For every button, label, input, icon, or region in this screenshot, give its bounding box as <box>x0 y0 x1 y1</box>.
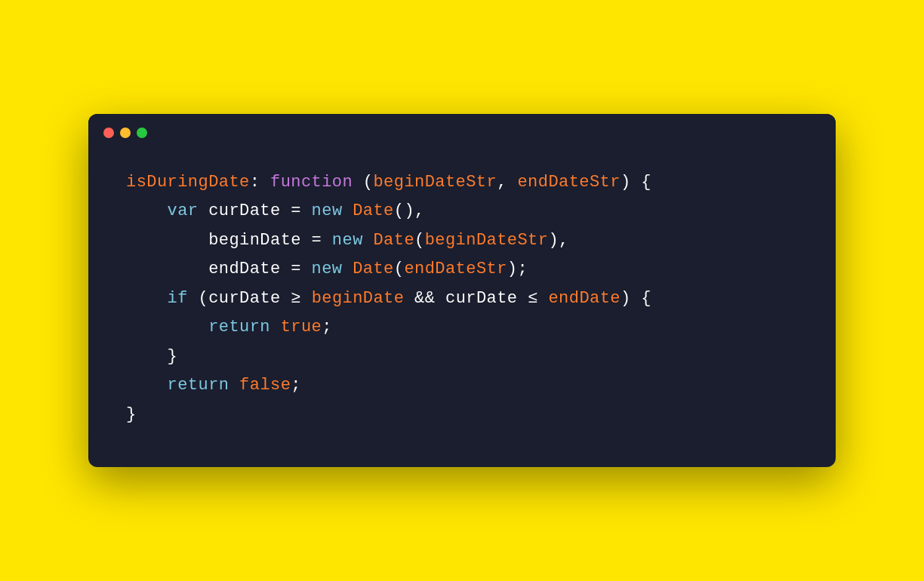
code-line-4: endDate = new Date(endDateStr); <box>126 255 798 284</box>
code-line-6: return true; <box>126 313 798 343</box>
minimize-button[interactable] <box>120 128 131 138</box>
maximize-button[interactable] <box>137 128 147 138</box>
code-line-9: } <box>126 401 798 430</box>
code-line-1: isDuringDate: function (beginDateStr, en… <box>126 168 798 198</box>
code-line-3: beginDate = new Date(beginDateStr), <box>126 226 798 256</box>
close-button[interactable] <box>103 128 114 138</box>
code-line-5: if (curDate ≥ beginDate && curDate ≤ end… <box>126 284 798 314</box>
code-line-7: } <box>126 343 798 372</box>
code-line-2: var curDate = new Date(), <box>126 197 798 226</box>
code-block: isDuringDate: function (beginDateStr, en… <box>88 146 836 468</box>
code-line-8: return false; <box>126 371 798 401</box>
titlebar <box>88 114 836 146</box>
code-window: isDuringDate: function (beginDateStr, en… <box>88 114 836 468</box>
